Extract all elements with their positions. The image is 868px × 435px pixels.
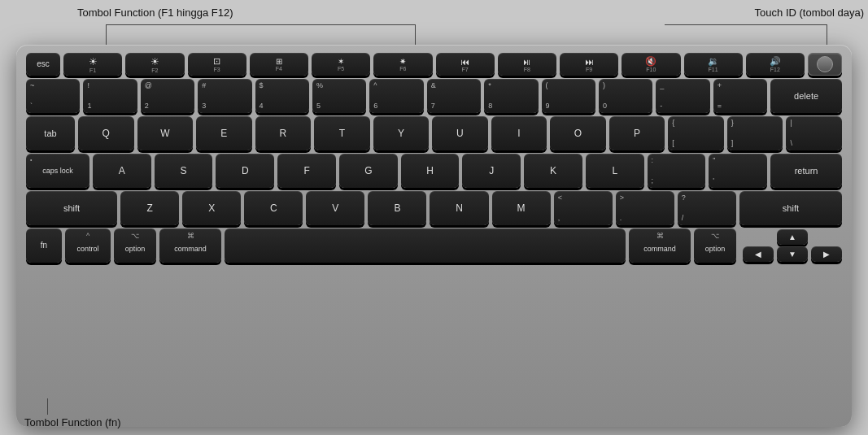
key-0[interactable]: ) 0 [599, 79, 652, 113]
key-minus[interactable]: _ - [656, 79, 709, 113]
touch-id-annotation: Touch ID (tombol daya) [755, 7, 864, 19]
key-d[interactable]: D [216, 154, 274, 188]
key-s[interactable]: S [155, 154, 213, 188]
key-e[interactable]: E [196, 116, 252, 150]
key-return[interactable]: return [770, 154, 842, 188]
key-equals[interactable]: + = [713, 79, 767, 113]
key-6[interactable]: ^ 6 [369, 79, 423, 113]
key-quote[interactable]: " ' [709, 154, 767, 188]
key-z[interactable]: Z [120, 191, 179, 225]
key-q[interactable]: Q [78, 116, 134, 150]
key-v[interactable]: V [306, 191, 364, 225]
key-w[interactable]: W [137, 116, 194, 150]
key-tab[interactable]: tab [26, 116, 75, 150]
key-f4[interactable]: ⊞ F4 [250, 53, 308, 76]
function-key-row: esc ☀ F1 ☀ F2 ⊡ F3 ⊞ F4 [26, 53, 842, 76]
key-g[interactable]: G [339, 154, 398, 188]
key-p[interactable]: P [609, 116, 665, 150]
key-control[interactable]: ^ control [65, 228, 111, 263]
key-f7[interactable]: ⏮ F7 [436, 53, 495, 76]
fn-keys-annotation: Tombol Function (F1 hingga F12) [77, 7, 233, 19]
key-left-option[interactable]: ⌥ option [114, 228, 156, 263]
key-left-command[interactable]: ⌘ command [159, 228, 221, 263]
key-k[interactable]: K [524, 154, 582, 188]
key-lbracket[interactable]: { [ [668, 116, 724, 150]
key-8[interactable]: * 8 [484, 79, 538, 113]
key-right-shift[interactable]: shift [739, 191, 842, 225]
key-f10[interactable]: 🔇 F10 [622, 53, 680, 76]
keyboard: esc ☀ F1 ☀ F2 ⊡ F3 ⊞ F4 [16, 45, 852, 427]
key-comma[interactable]: < , [554, 191, 613, 225]
key-a[interactable]: A [93, 154, 151, 188]
qwerty-key-row: tab Q W E R T Y U I O P { [ } ] | \ [26, 116, 842, 150]
key-period[interactable]: > . [616, 191, 674, 225]
key-f2[interactable]: ☀ F2 [125, 53, 184, 76]
key-arrow-down[interactable]: ▼ [777, 246, 808, 262]
key-arrow-up[interactable]: ▲ [777, 229, 808, 245]
key-c[interactable]: C [244, 191, 303, 225]
key-arrow-right[interactable]: ▶ [811, 246, 842, 262]
key-f9[interactable]: ⏭ F9 [560, 53, 618, 76]
key-arrow-left[interactable]: ◀ [743, 246, 774, 262]
number-key-row: ~ ` ! 1 @ 2 # 3 $ 4 % 5 [26, 79, 842, 113]
key-f5[interactable]: ✶ F5 [312, 53, 370, 76]
key-right-option[interactable]: ⌥ option [694, 228, 736, 263]
key-1[interactable]: ! 1 [83, 79, 137, 113]
key-fn[interactable]: fn [26, 228, 62, 263]
key-space[interactable] [225, 228, 626, 263]
key-x[interactable]: X [182, 191, 241, 225]
key-rbracket[interactable]: } ] [727, 116, 783, 150]
key-left-shift[interactable]: shift [26, 191, 117, 225]
key-9[interactable]: ( 9 [542, 79, 595, 113]
key-caps-lock[interactable]: • caps lock [26, 154, 89, 188]
key-f[interactable]: F [277, 154, 336, 188]
key-f11[interactable]: 🔉 F11 [684, 53, 743, 76]
key-m[interactable]: M [492, 191, 551, 225]
key-f8[interactable]: ⏯ F8 [498, 53, 556, 76]
key-delete[interactable]: delete [770, 79, 842, 113]
key-f6[interactable]: ✷ F6 [373, 53, 432, 76]
key-i[interactable]: I [491, 116, 547, 150]
key-esc[interactable]: esc [26, 53, 60, 76]
key-h[interactable]: H [401, 154, 460, 188]
key-f3[interactable]: ⊡ F3 [188, 53, 246, 76]
key-7[interactable]: & 7 [427, 79, 481, 113]
key-b[interactable]: B [368, 191, 426, 225]
key-backslash[interactable]: | \ [786, 116, 842, 150]
key-5[interactable]: % 5 [312, 79, 366, 113]
key-f1[interactable]: ☀ F1 [63, 53, 122, 76]
bottom-key-row: fn ^ control ⌥ option ⌘ command ⌘ [26, 228, 842, 263]
key-t[interactable]: T [314, 116, 370, 150]
key-semicolon[interactable]: : ; [648, 154, 706, 188]
key-r[interactable]: R [255, 116, 312, 150]
zxcv-key-row: shift Z X C V B N M < , > . ? / shift [26, 191, 842, 225]
key-2[interactable]: @ 2 [141, 79, 194, 113]
key-slash[interactable]: ? / [678, 191, 736, 225]
key-backtick[interactable]: ~ ` [26, 79, 80, 113]
key-n[interactable]: N [430, 191, 488, 225]
key-4[interactable]: $ 4 [255, 79, 309, 113]
key-touch-id[interactable] [808, 53, 842, 76]
key-right-command[interactable]: ⌘ command [629, 228, 691, 263]
key-u[interactable]: U [432, 116, 488, 150]
key-l[interactable]: L [586, 154, 644, 188]
key-j[interactable]: J [462, 154, 521, 188]
key-3[interactable]: # 3 [198, 79, 251, 113]
key-y[interactable]: Y [373, 116, 430, 150]
asdf-key-row: • caps lock A S D F G H J K L : ; " ' re… [26, 154, 842, 188]
key-f12[interactable]: 🔊 F12 [746, 53, 805, 76]
key-o[interactable]: O [550, 116, 606, 150]
